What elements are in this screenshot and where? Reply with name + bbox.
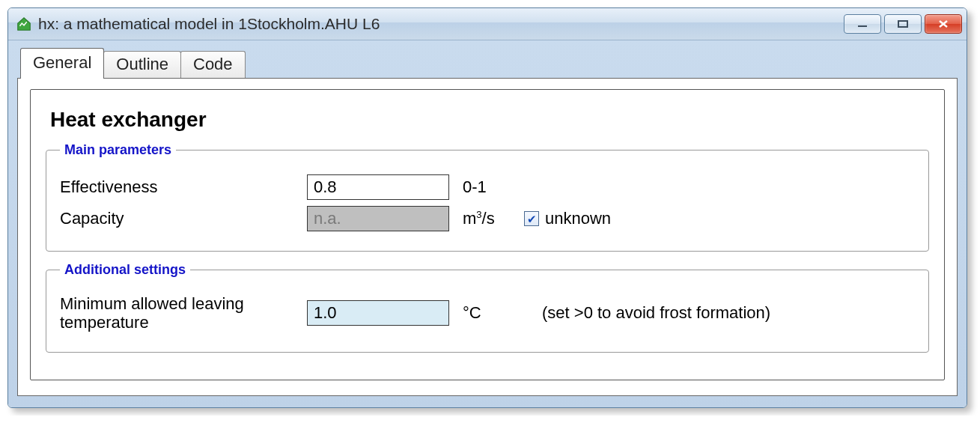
tab-code[interactable]: Code — [180, 51, 246, 79]
unit-capacity: m3/s — [463, 209, 509, 228]
tabstrip: General Outline Code — [20, 48, 958, 79]
label-effectiveness: Effectiveness — [60, 177, 307, 196]
maximize-button[interactable] — [884, 14, 922, 34]
checkbox-unknown-label: unknown — [545, 209, 611, 228]
unit-effectiveness: 0-1 — [463, 177, 509, 197]
row-min-leaving-temp: Minimum allowed leaving temperature °C (… — [60, 294, 915, 332]
row-capacity: Capacity m3/s ✔ unknown — [60, 206, 915, 231]
svg-rect-0 — [858, 25, 867, 27]
group-main-parameters: Main parameters Effectiveness 0-1 Capaci… — [46, 142, 929, 252]
hint-min-leaving-temp: (set >0 to avoid frost formation) — [542, 303, 770, 323]
checkbox-unknown[interactable]: ✔ unknown — [524, 209, 611, 228]
tab-panel-general: Heat exchanger Main parameters Effective… — [17, 78, 958, 396]
group-main-legend: Main parameters — [60, 142, 176, 158]
label-capacity: Capacity — [60, 209, 307, 228]
titlebar: hx: a mathematical model in 1Stockholm.A… — [8, 8, 967, 40]
window-title: hx: a mathematical model in 1Stockholm.A… — [38, 15, 844, 33]
check-icon: ✔ — [524, 211, 539, 226]
form-panel: Heat exchanger Main parameters Effective… — [30, 89, 945, 380]
close-button[interactable] — [925, 14, 962, 34]
page-title: Heat exchanger — [50, 108, 929, 132]
app-icon — [16, 16, 32, 32]
client-area: General Outline Code Heat exchanger Main… — [8, 40, 967, 407]
group-additional-settings: Additional settings Minimum allowed leav… — [46, 262, 929, 353]
input-effectiveness[interactable] — [307, 174, 449, 200]
input-min-leaving-temp[interactable] — [307, 300, 449, 326]
group-additional-legend: Additional settings — [60, 262, 190, 278]
window-controls — [844, 14, 962, 34]
label-min-leaving-temp: Minimum allowed leaving temperature — [60, 294, 307, 332]
tab-general[interactable]: General — [20, 48, 104, 79]
input-capacity — [307, 206, 449, 231]
unit-min-leaving-temp: °C — [463, 303, 509, 323]
minimize-button[interactable] — [844, 14, 881, 34]
app-window: hx: a mathematical model in 1Stockholm.A… — [7, 7, 967, 408]
svg-rect-1 — [898, 21, 907, 27]
tab-outline[interactable]: Outline — [103, 51, 181, 79]
row-effectiveness: Effectiveness 0-1 — [60, 174, 915, 200]
